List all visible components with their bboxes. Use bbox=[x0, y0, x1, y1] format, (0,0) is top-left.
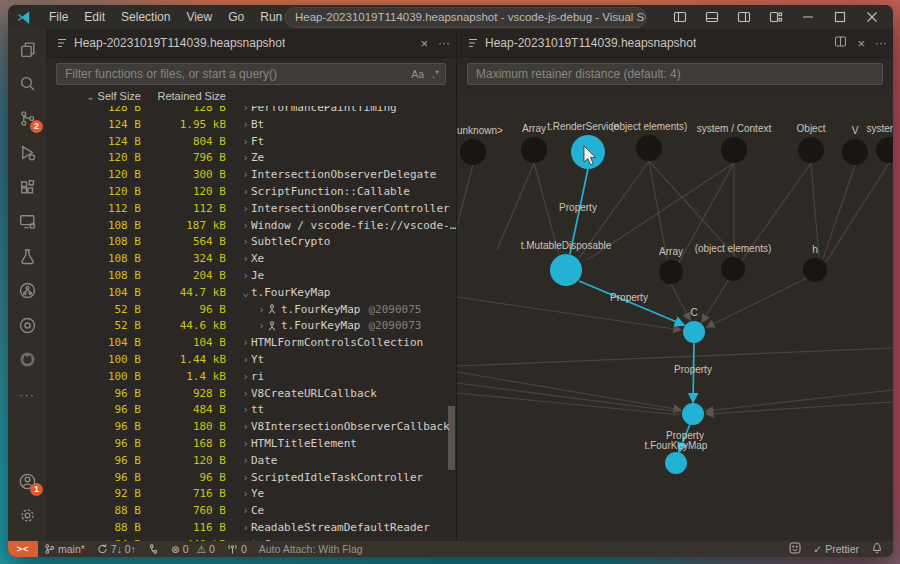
table-row[interactable]: 100 B1.44 kB›Yt bbox=[46, 352, 456, 369]
graph-node-array-top[interactable] bbox=[521, 137, 547, 163]
toggle-sidebar-icon[interactable] bbox=[667, 7, 693, 27]
graph-node-object-elements-2[interactable] bbox=[721, 257, 745, 281]
copilot-icon[interactable] bbox=[14, 312, 40, 338]
notifications-bell-icon[interactable] bbox=[871, 542, 883, 556]
table-row[interactable]: 88 B760 B›Ce bbox=[46, 503, 456, 520]
left-group-more-icon[interactable]: ··· bbox=[438, 36, 450, 50]
toggle-panel-icon[interactable] bbox=[699, 7, 725, 27]
graph-node-array-2[interactable] bbox=[659, 260, 683, 284]
left-tab[interactable]: Heap-20231019T114039.heapsnapshot bbox=[74, 36, 285, 50]
scrollbar-thumb[interactable] bbox=[448, 406, 455, 470]
graph-node-object-top[interactable] bbox=[798, 137, 824, 163]
table-row[interactable]: 96 B168 B›HTMLTitleElement bbox=[46, 436, 456, 453]
additional-views-icon[interactable]: ··· bbox=[14, 381, 40, 407]
twisty-icon[interactable]: › bbox=[240, 436, 251, 453]
retainer-distance-input[interactable] bbox=[467, 63, 883, 85]
twisty-icon[interactable]: › bbox=[240, 470, 251, 487]
table-row[interactable]: 104 B104 B›HTMLFormControlsCollection bbox=[46, 335, 456, 352]
twisty-icon[interactable]: › bbox=[240, 184, 251, 201]
graph-node-c[interactable] bbox=[683, 321, 705, 343]
column-retained-size[interactable]: Retained Size bbox=[141, 90, 226, 106]
left-tab-close-icon[interactable]: × bbox=[420, 36, 428, 51]
table-row[interactable]: 96 B484 B›tt bbox=[46, 402, 456, 419]
formatter-status[interactable]: ✓Prettier bbox=[813, 541, 859, 557]
graph-node-unknown[interactable] bbox=[460, 139, 486, 165]
twisty-icon[interactable]: › bbox=[256, 302, 267, 319]
twisty-icon[interactable]: › bbox=[240, 503, 251, 520]
right-tab[interactable]: Heap-20231019T114039.heapsnapshot bbox=[485, 36, 696, 50]
table-row[interactable]: 96 B120 B›Date bbox=[46, 453, 456, 470]
graph-node-v-top[interactable] bbox=[842, 139, 868, 165]
toggle-secondary-sidebar-icon[interactable] bbox=[731, 7, 757, 27]
table-row[interactable]: 120 B300 B›IntersectionObserverDelegate bbox=[46, 167, 456, 184]
menu-item-selection[interactable]: Selection bbox=[113, 10, 178, 24]
table-row[interactable]: 100 B1.4 kB›ri bbox=[46, 369, 456, 386]
graph-node-object-elements-top[interactable] bbox=[636, 135, 662, 161]
table-row[interactable]: 124 B1.95 kB›Bt bbox=[46, 117, 456, 134]
table-row[interactable]: 120 B120 B›ScriptFunction::Callable bbox=[46, 184, 456, 201]
extensions-icon[interactable] bbox=[14, 174, 40, 200]
twisty-icon[interactable]: › bbox=[240, 117, 251, 134]
feedback-smiley-icon[interactable] bbox=[789, 542, 801, 556]
menu-item-file[interactable]: File bbox=[41, 10, 76, 24]
graph-node-mutable-disposable[interactable] bbox=[550, 254, 582, 286]
twisty-icon[interactable]: › bbox=[256, 318, 267, 335]
explorer-icon[interactable] bbox=[14, 36, 40, 62]
testing-beaker-icon[interactable] bbox=[14, 243, 40, 269]
auto-attach-status[interactable]: Auto Attach: With Flag bbox=[253, 541, 369, 557]
right-tab-close-icon[interactable]: × bbox=[857, 36, 865, 51]
customize-layout-icon[interactable] bbox=[763, 7, 789, 27]
twisty-icon[interactable]: › bbox=[240, 352, 251, 369]
table-row[interactable]: 96 B180 B›V8IntersectionObserverCallback bbox=[46, 419, 456, 436]
live-share-icon[interactable] bbox=[14, 278, 40, 304]
table-row[interactable]: 108 B324 B›Xe bbox=[46, 251, 456, 268]
twisty-icon[interactable]: › bbox=[240, 537, 251, 541]
filter-input[interactable] bbox=[56, 63, 446, 85]
graph-node-h[interactable] bbox=[803, 258, 827, 282]
table-row[interactable]: 88 B116 B›ReadableStreamDefaultReader bbox=[46, 520, 456, 537]
sync-status[interactable]: 7↓ 0↑ bbox=[91, 541, 142, 557]
twisty-icon[interactable]: › bbox=[240, 268, 251, 285]
twisty-icon[interactable]: › bbox=[240, 201, 251, 218]
twisty-icon[interactable]: › bbox=[240, 234, 251, 251]
table-row[interactable]: 96 B928 B›V8CreateURLCallback bbox=[46, 386, 456, 403]
twisty-icon[interactable]: › bbox=[240, 369, 251, 386]
match-case-icon[interactable]: Aa bbox=[411, 68, 424, 80]
menu-item-view[interactable]: View bbox=[178, 10, 220, 24]
twisty-icon[interactable]: › bbox=[240, 251, 251, 268]
maximize-icon[interactable] bbox=[827, 7, 853, 27]
graph-node-n4[interactable] bbox=[682, 403, 704, 425]
settings-gear-icon[interactable] bbox=[14, 503, 40, 529]
table-row[interactable]: 108 B204 B›Je bbox=[46, 268, 456, 285]
source-control-icon[interactable]: 2 bbox=[14, 105, 40, 131]
graph-node-four-key-map[interactable] bbox=[665, 452, 687, 474]
table-row[interactable]: 120 B796 B›Ze bbox=[46, 150, 456, 167]
twisty-icon[interactable]: › bbox=[240, 386, 251, 403]
twisty-icon[interactable]: › bbox=[240, 486, 251, 503]
graph-node-system-context[interactable] bbox=[721, 137, 747, 163]
twisty-icon[interactable]: ⌄ bbox=[240, 285, 251, 302]
twisty-icon[interactable]: › bbox=[240, 218, 251, 235]
table-row[interactable]: 108 B564 B›SubtleCrypto bbox=[46, 234, 456, 251]
radio-tower-status[interactable]: 0 bbox=[221, 541, 253, 557]
remote-indicator[interactable]: >< bbox=[8, 541, 38, 557]
table-row[interactable]: 84 B440 kB›t.G… bbox=[46, 537, 456, 541]
right-group-more-icon[interactable]: ··· bbox=[875, 36, 887, 50]
table-row[interactable]: 108 B187 kB›Window / vscode-file://vscod… bbox=[46, 218, 456, 235]
graph-node-system-right[interactable] bbox=[876, 137, 893, 163]
twisty-icon[interactable]: › bbox=[240, 134, 251, 151]
twisty-icon[interactable]: › bbox=[240, 150, 251, 167]
twisty-icon[interactable]: › bbox=[240, 106, 251, 117]
close-window-icon[interactable] bbox=[859, 7, 885, 27]
table-row[interactable]: 52 B44.6 kB›t.FourKeyMap@2090073 bbox=[46, 318, 456, 335]
errors-warnings-status[interactable]: ⊗0 ⚠0 bbox=[165, 541, 221, 557]
branch-status[interactable]: main* bbox=[38, 541, 91, 557]
command-center-search[interactable]: Heap-20231019T114039.heapsnapshot - vsco… bbox=[284, 7, 646, 28]
github-icon[interactable] bbox=[14, 347, 40, 373]
menu-item-edit[interactable]: Edit bbox=[76, 10, 113, 24]
table-row[interactable]: 92 B716 B›Ye bbox=[46, 486, 456, 503]
scm-graph-icon[interactable] bbox=[142, 541, 165, 557]
twisty-icon[interactable]: › bbox=[240, 335, 251, 352]
sort-indicator-icon[interactable]: ⌄ bbox=[86, 91, 94, 102]
twisty-icon[interactable]: › bbox=[240, 167, 251, 184]
